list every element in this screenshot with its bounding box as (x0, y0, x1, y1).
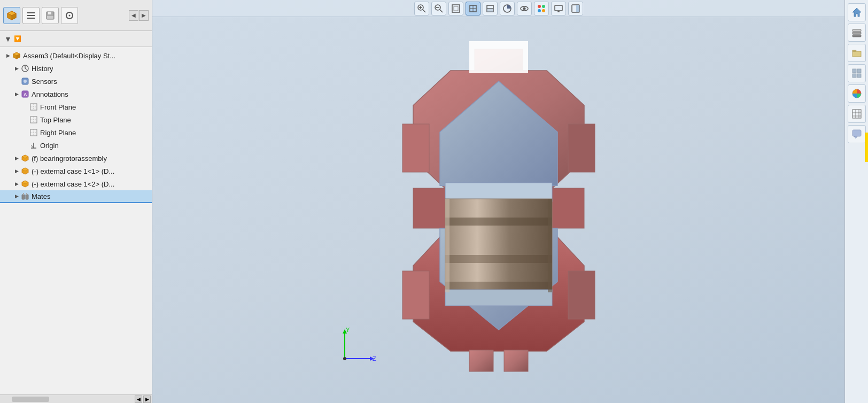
feature-manager-btn[interactable] (22, 7, 40, 24)
tree-item-top-plane[interactable]: Top Plane (0, 113, 152, 126)
svg-point-24 (24, 80, 27, 83)
top-plane-label: Top Plane (40, 116, 71, 124)
tree-item-right-plane[interactable]: Right Plane (0, 126, 152, 139)
ext-case-2-label: (-) external case 1<2> (D... (32, 180, 114, 188)
front-plane-icon (29, 102, 38, 112)
tree-item-bearing[interactable]: ▶ (f) bearingrotorassembly (0, 152, 152, 165)
origin-label: Origin (40, 142, 59, 150)
svg-marker-102 (852, 8, 861, 17)
save-btn[interactable] (42, 7, 59, 24)
zoom-out-btn[interactable] (431, 2, 446, 15)
tree-item-mates[interactable]: ▶ Mates (0, 190, 152, 203)
svg-rect-6 (27, 18, 35, 19)
root-label: Assem3 (Default<Display St... (23, 52, 115, 60)
svg-rect-47 (23, 193, 24, 195)
zoom-to-fit-btn[interactable] (414, 2, 429, 15)
home-btn[interactable] (848, 3, 866, 21)
svg-rect-84 (469, 350, 493, 371)
tree-item-ext-case-2[interactable]: ▶ (-) external case 1<2> (D... (0, 177, 152, 190)
sensors-label: Sensors (32, 78, 57, 86)
svg-point-67 (538, 5, 541, 8)
tree-item-sensors[interactable]: Sensors (0, 75, 152, 88)
comment-btn[interactable] (848, 125, 866, 143)
viewport-toolbar (152, 0, 844, 17)
svg-line-22 (25, 68, 27, 69)
display-mgr-btn[interactable] (551, 2, 566, 15)
svg-rect-91 (445, 255, 552, 263)
svg-rect-104 (852, 32, 861, 34)
hide-show-btn[interactable] (517, 2, 532, 15)
assembly-svg (386, 41, 611, 383)
bearing-icon (20, 153, 30, 163)
nav-next-btn[interactable]: ▶ (139, 10, 149, 21)
section-view-btn[interactable] (483, 2, 498, 15)
front-plane-label: Front Plane (40, 103, 76, 111)
top-plane-expander (21, 116, 29, 123)
svg-rect-8 (48, 12, 51, 14)
scrollbar-thumb[interactable] (12, 397, 49, 402)
history-label: History (32, 65, 53, 73)
tree-item-annotations[interactable]: ▶ A Annotations (0, 88, 152, 100)
tree-item-history[interactable]: ▶ History (0, 62, 152, 75)
svg-rect-89 (445, 199, 552, 292)
assembly-viewport[interactable] (152, 21, 844, 403)
filter-bar: ▼ 🔽 (0, 31, 152, 47)
task-pane-btn[interactable] (568, 2, 583, 15)
filter-icon[interactable]: ▼ (4, 35, 12, 43)
right-plane-label: Right Plane (40, 129, 76, 137)
layers-btn[interactable] (848, 24, 866, 42)
svg-rect-9 (47, 16, 53, 19)
svg-point-70 (542, 9, 545, 12)
horizontal-scrollbar[interactable]: ◀ ▶ (0, 394, 152, 403)
tree-item-origin[interactable]: Origin (0, 139, 152, 152)
view-orient-btn[interactable] (466, 2, 480, 15)
svg-rect-94 (445, 199, 449, 292)
right-plane-expander (21, 129, 29, 136)
svg-rect-93 (445, 290, 552, 306)
tree-item-front-plane[interactable]: Front Plane (0, 100, 152, 113)
svg-line-50 (423, 10, 425, 12)
filter-label: 🔽 (14, 35, 21, 42)
svg-point-11 (69, 14, 71, 16)
nav-prev-btn[interactable]: ◀ (129, 10, 138, 21)
svg-point-101 (343, 357, 346, 360)
svg-rect-56 (452, 5, 460, 12)
z-axis-label: Z (373, 355, 376, 362)
mates-icon (20, 191, 30, 201)
snap-btn[interactable] (61, 7, 78, 24)
grid-btn[interactable] (848, 64, 866, 82)
color-btn[interactable] (848, 84, 866, 103)
tree-root[interactable]: ▶ Assem3 (Default<Display St... (0, 49, 152, 62)
history-expander: ▶ (13, 65, 20, 72)
left-panel: ◀ ▶ ▼ 🔽 ▶ Assem3 (Default<Display St... (0, 0, 152, 403)
svg-rect-116 (852, 130, 861, 136)
folder-btn[interactable] (848, 44, 866, 62)
ext-case-1-expander: ▶ (13, 167, 20, 175)
svg-rect-4 (27, 12, 35, 13)
svg-rect-82 (402, 271, 429, 319)
edit-appearance-btn[interactable] (534, 2, 549, 15)
svg-rect-105 (852, 29, 861, 32)
svg-text:A: A (24, 92, 27, 97)
bearing-label: (f) bearingrotorassembly (32, 154, 107, 162)
display-style-btn[interactable] (500, 2, 515, 15)
cube-view-btn[interactable] (3, 7, 20, 24)
scroll-right-btn[interactable]: ▶ (143, 396, 151, 403)
tree-item-ext-case-1[interactable]: ▶ (-) external case 1<1> (D... (0, 165, 152, 177)
svg-rect-103 (852, 35, 861, 37)
svg-rect-75 (576, 5, 579, 12)
table-btn[interactable] (848, 105, 866, 123)
right-panel (844, 0, 868, 403)
top-plane-icon (29, 115, 38, 125)
sensors-icon (20, 76, 30, 86)
mates-label: Mates (32, 192, 50, 200)
select-btn[interactable] (448, 2, 463, 15)
scroll-left-btn[interactable]: ◀ (135, 396, 142, 403)
nav-arrows: ◀ ▶ (129, 10, 149, 21)
svg-rect-5 (27, 15, 35, 16)
main-viewport[interactable]: Y Z (152, 0, 844, 403)
sensors-expander (13, 78, 20, 85)
left-toolbar: ◀ ▶ (0, 0, 152, 31)
svg-rect-57 (454, 6, 458, 11)
svg-rect-71 (555, 5, 562, 11)
